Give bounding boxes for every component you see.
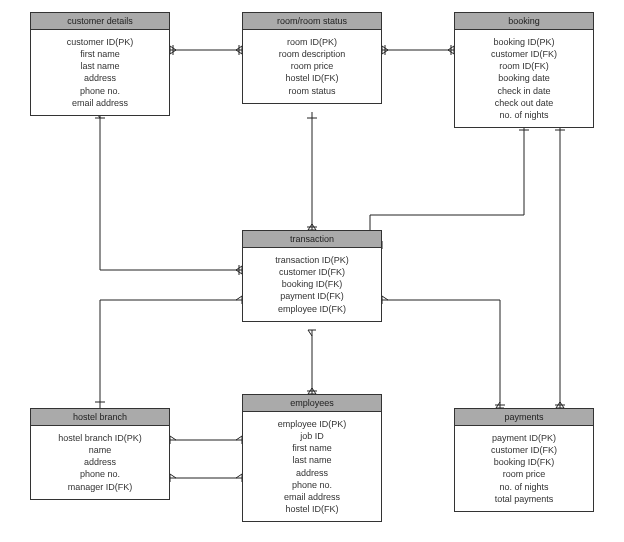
entity-field: room description (247, 48, 377, 60)
entity-field: total payments (459, 493, 589, 505)
entity-field: employee ID(PK) (247, 418, 377, 430)
entity-field: check out date (459, 97, 589, 109)
entity-field: room price (247, 60, 377, 72)
entity-field: employee ID(FK) (247, 303, 377, 315)
entity-field: name (35, 444, 165, 456)
entity-fields: booking ID(PK)customer ID(FK)room ID(FK)… (455, 30, 593, 127)
entity-employees: employees employee ID(PK)job IDfirst nam… (242, 394, 382, 522)
entity-field: transaction ID(PK) (247, 254, 377, 266)
entity-title: room/room status (243, 13, 381, 30)
entity-field: job ID (247, 430, 377, 442)
entity-fields: hostel branch ID(PK)nameaddressphone no.… (31, 426, 169, 499)
entity-field: booking ID(FK) (459, 456, 589, 468)
entity-field: hostel branch ID(PK) (35, 432, 165, 444)
entity-transaction: transaction transaction ID(PK)customer I… (242, 230, 382, 322)
entity-field: address (35, 456, 165, 468)
entity-field: booking ID(PK) (459, 36, 589, 48)
entity-fields: transaction ID(PK)customer ID(FK)booking… (243, 248, 381, 321)
entity-field: customer ID(FK) (459, 444, 589, 456)
entity-field: first name (35, 48, 165, 60)
entity-booking: booking booking ID(PK)customer ID(FK)roo… (454, 12, 594, 128)
entity-field: address (35, 72, 165, 84)
entity-field: room status (247, 85, 377, 97)
entity-title: transaction (243, 231, 381, 248)
entity-fields: customer ID(PK)first namelast nameaddres… (31, 30, 169, 115)
entity-field: address (247, 467, 377, 479)
entity-fields: room ID(PK)room descriptionroom pricehos… (243, 30, 381, 103)
entity-field: phone no. (247, 479, 377, 491)
entity-field: email address (247, 491, 377, 503)
entity-field: customer ID(FK) (247, 266, 377, 278)
entity-title: customer details (31, 13, 169, 30)
entity-field: manager ID(FK) (35, 481, 165, 493)
entity-field: no. of nights (459, 481, 589, 493)
entity-field: phone no. (35, 85, 165, 97)
entity-field: hostel ID(FK) (247, 503, 377, 515)
entity-field: last name (247, 454, 377, 466)
entity-field: no. of nights (459, 109, 589, 121)
entity-hostel-branch: hostel branch hostel branch ID(PK)namead… (30, 408, 170, 500)
entity-field: check in date (459, 85, 589, 97)
entity-room-status: room/room status room ID(PK)room descrip… (242, 12, 382, 104)
entity-field: payment ID(FK) (247, 290, 377, 302)
entity-field: room price (459, 468, 589, 480)
entity-field: last name (35, 60, 165, 72)
entity-field: customer ID(PK) (35, 36, 165, 48)
entity-title: hostel branch (31, 409, 169, 426)
entity-field: hostel ID(FK) (247, 72, 377, 84)
entity-title: employees (243, 395, 381, 412)
entity-field: email address (35, 97, 165, 109)
entity-title: payments (455, 409, 593, 426)
entity-field: room ID(PK) (247, 36, 377, 48)
entity-field: first name (247, 442, 377, 454)
entity-payments: payments payment ID(PK)customer ID(FK)bo… (454, 408, 594, 512)
entity-field: customer ID(FK) (459, 48, 589, 60)
entity-field: booking ID(FK) (247, 278, 377, 290)
entity-field: phone no. (35, 468, 165, 480)
entity-title: booking (455, 13, 593, 30)
entity-field: room ID(FK) (459, 60, 589, 72)
entity-customer-details: customer details customer ID(PK)first na… (30, 12, 170, 116)
entity-field: payment ID(PK) (459, 432, 589, 444)
entity-fields: employee ID(PK)job IDfirst namelast name… (243, 412, 381, 521)
entity-fields: payment ID(PK)customer ID(FK)booking ID(… (455, 426, 593, 511)
entity-field: booking date (459, 72, 589, 84)
